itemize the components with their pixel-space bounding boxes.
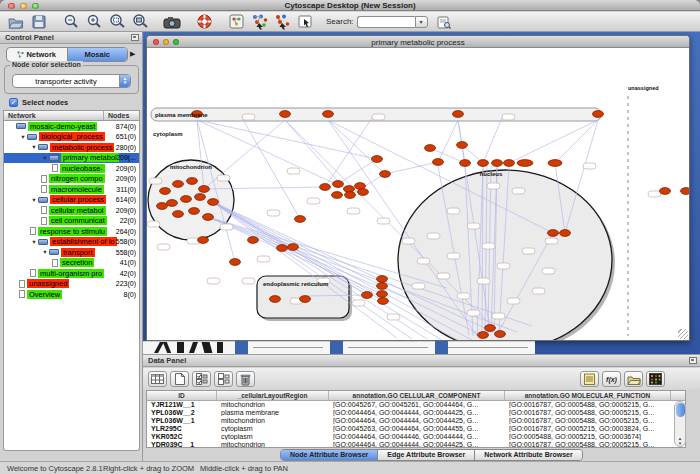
notepad-icon[interactable] (580, 371, 599, 387)
open-file-icon[interactable] (6, 13, 26, 30)
save-session-icon[interactable] (29, 13, 49, 30)
unselect-all-attributes-icon[interactable] (214, 371, 233, 387)
more-tabs-arrow[interactable]: ▶ (130, 50, 135, 58)
attribute-matrix-icon[interactable] (646, 371, 665, 387)
tree-item-establishment-of-lo[interactable]: ▼establishment of lo558(0) (4, 237, 139, 248)
new-network-selected-nodes-all-edges-icon[interactable] (249, 13, 269, 30)
float-panel-icon[interactable] (131, 34, 139, 41)
network-graph[interactable]: plasma membranecytoplasmmitochondrionnuc… (147, 48, 689, 340)
tab-network[interactable]: Network (7, 48, 68, 61)
zoom-fit-icon[interactable] (130, 13, 150, 30)
tree-item-transport[interactable]: ▼transport558(0) (4, 247, 139, 258)
float-panel-icon[interactable] (689, 357, 697, 364)
table-scrollbar[interactable]: ▲▼ (674, 401, 686, 447)
search-go-icon[interactable] (434, 13, 454, 30)
network-file-icon (41, 175, 47, 183)
tree-item-unassigned[interactable]: unassigned223(0) (4, 279, 139, 290)
network-column-header[interactable]: Network (4, 111, 104, 120)
table-row-ylr295c[interactable]: YLR295Ccytoplasm[GO:0045263, GO:0044464,… (147, 425, 685, 433)
snapshot-camera-icon[interactable] (162, 13, 182, 30)
tree-item-node-count: 874(0) (116, 123, 136, 130)
background-window-edge (330, 341, 343, 354)
help-lifebuoy-icon[interactable] (194, 13, 214, 30)
select-nodes-checkbox[interactable]: ✓ (9, 98, 18, 107)
tab-node-attribute-browser[interactable]: Node Attribute Browser (281, 450, 378, 460)
network-file-icon (52, 259, 58, 267)
tree-item-node-count: 558(0) (116, 238, 136, 245)
tree-item-cellular-metabol[interactable]: cellular metabol209(0) (4, 205, 139, 216)
scrollbar-thumb[interactable] (676, 403, 685, 417)
table-row-ykr052c[interactable]: YKR052Ccytoplasm[GO:0044464, GO:0044446,… (147, 433, 685, 441)
tree-item-nitrogen-compo[interactable]: nitrogen compo209(0) (4, 174, 139, 185)
tree-item-cell-communicat[interactable]: cell communicat22(0) (4, 216, 139, 227)
folder-icon (38, 144, 48, 150)
column-header-cellularlayoutregion[interactable]: _cellularLayoutRegion (217, 391, 329, 400)
tree-item-macromolecule[interactable]: macromolecule311(0) (4, 184, 139, 195)
disclosure-triangle-icon[interactable]: ▼ (41, 249, 49, 255)
cell: mitochondrion (217, 417, 329, 424)
tree-item-label: cellular process (50, 195, 106, 204)
disclosure-triangle-icon[interactable]: ▼ (19, 134, 27, 140)
delete-attribute-icon[interactable] (236, 371, 255, 387)
disclosure-triangle-icon[interactable]: ▼ (41, 155, 49, 161)
disclosure-triangle-icon[interactable]: ▼ (30, 197, 38, 203)
formula-builder-icon[interactable]: f(x) (602, 371, 621, 387)
tree-item-node-count: 22(0) (120, 217, 136, 224)
tree-item-overview[interactable]: Overview8(0) (4, 289, 139, 300)
select-attributes-icon[interactable] (148, 371, 167, 387)
tree-item-cellular-process[interactable]: ▼cellular process614(0) (4, 195, 139, 206)
select-all-attributes-icon[interactable] (192, 371, 211, 387)
tab-edge-attribute-browser[interactable]: Edge Attribute Browser (378, 450, 475, 460)
svg-text:mitochondrion: mitochondrion (170, 164, 212, 170)
search-input[interactable] (357, 16, 415, 28)
network-view-window[interactable]: primary metabolic process plasma membran… (146, 35, 690, 341)
disclosure-triangle-icon[interactable]: ▼ (30, 239, 38, 245)
tab-network-attribute-browser[interactable]: Network Attribute Browser (475, 450, 581, 460)
annotation-select-icon[interactable] (295, 13, 315, 30)
scrollbar-arrows[interactable]: ▲▼ (675, 436, 685, 446)
search-dropdown-button[interactable]: ▾ (415, 16, 428, 28)
tree-item-secretion[interactable]: secretion41(0) (4, 258, 139, 269)
tree-item-node-count: 311(0) (116, 186, 136, 193)
network-canvas[interactable]: plasma membranecytoplasmmitochondrionnuc… (147, 48, 689, 340)
tab-mosaic[interactable]: Mosaic (68, 48, 128, 61)
zoom-selected-region-icon[interactable] (107, 13, 127, 30)
tree-item-mosaic-demo-yeast[interactable]: mosaic-demo-yeast874(0) (4, 121, 139, 132)
new-network-selected-nodes-selected-edges-icon[interactable] (272, 13, 292, 30)
cell: [GO:0016787, GO:0005488, GO:0005215, G..… (505, 401, 671, 408)
network-file-icon (19, 280, 25, 288)
disclosure-triangle-icon[interactable]: ▼ (30, 144, 38, 150)
network-view-title: primary metabolic process (147, 38, 689, 47)
import-attributes-icon[interactable] (624, 371, 643, 387)
column-header-annotation-go-molecular-function[interactable]: annotation.GO MOLECULAR_FUNCTION (505, 391, 671, 400)
svg-text:unassigned: unassigned (628, 85, 659, 91)
cell: mitochondrion (217, 401, 329, 408)
network-view-titlebar[interactable]: primary metabolic process (147, 36, 689, 48)
svg-text:endoplasmic reticulum: endoplasmic reticulum (263, 281, 328, 287)
column-header-annotation-go-cellular-component[interactable]: annotation.GO CELLULAR_COMPONENT (329, 391, 505, 400)
tree-item-biological-process[interactable]: ▼biological_process651(0) (4, 132, 139, 143)
table-row-yjr121w-1[interactable]: YJR121W__1mitochondrion[GO:0045267, GO:0… (147, 401, 685, 409)
status-welcome: Welcome to Cytoscape 2.8.1 (7, 464, 103, 473)
create-attribute-icon[interactable] (170, 371, 189, 387)
node-color-dropdown[interactable]: transporter activity ▲▼ (12, 74, 131, 88)
resize-grip[interactable] (678, 329, 688, 339)
zoom-out-icon[interactable] (61, 13, 81, 30)
table-row-ypl036w-1[interactable]: YPL036W__1mitochondrion[GO:0044464, GO:0… (147, 417, 685, 425)
data-panel-header: Data Panel (143, 355, 700, 367)
table-row-ydr039c-1[interactable]: YDR039C__1mitochondrion[GO:0044464, GO:0… (147, 440, 685, 448)
node-color-selection-group: Node color selection transporter activit… (4, 65, 139, 94)
tree-item-metabolic-process[interactable]: ▼metabolic process280(0) (4, 142, 139, 153)
tree-item-response-to-stimulu[interactable]: response to stimulu264(0) (4, 226, 139, 237)
zoom-in-icon[interactable] (84, 13, 104, 30)
nodes-column-header[interactable]: Nodes (104, 111, 139, 120)
select-nodes-row: ✓ Select nodes (9, 98, 68, 107)
tree-item-primary-metabol[interactable]: ▼primary metabol209(... (4, 153, 139, 164)
table-row-ypl036w-2[interactable]: YPL036W__2plasma membrane[GO:0044464, GO… (147, 409, 685, 417)
column-header-id[interactable]: ID (147, 391, 217, 400)
tree-item-multi-organism-pro[interactable]: multi-organism pro42(0) (4, 268, 139, 279)
tree-item-label: Overview (27, 290, 62, 299)
svg-text:cytoplasm: cytoplasm (153, 131, 183, 137)
tree-item-nucleobase[interactable]: nucleobase-209(0) (4, 163, 139, 174)
create-view-icon[interactable] (226, 13, 246, 30)
